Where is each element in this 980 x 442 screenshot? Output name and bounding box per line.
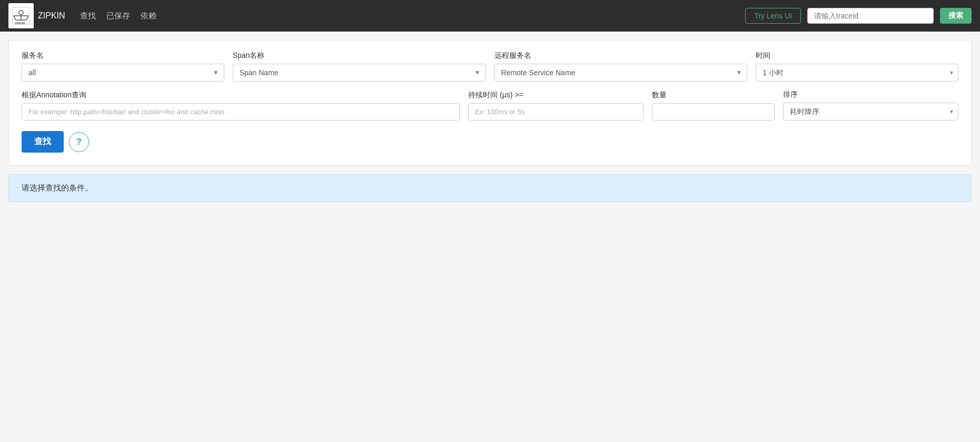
time-select-wrapper: 1 小时 2 小时 6 小时 12 小时 1 天 2 天 7 天 ▾ — [756, 64, 958, 82]
sort-select-wrapper: 耗时降序 耗时升序 时间降序 时间升序 ▾ — [783, 103, 958, 120]
info-banner: 请选择查找的条件。 — [8, 174, 972, 202]
duration-group: 持续时间 (μs) >= — [468, 91, 644, 120]
annotation-label: 根据Annotation查询 — [22, 91, 460, 100]
sort-group: 排序 耗时降序 耗时升序 时间降序 时间升序 ▾ — [783, 90, 958, 120]
main-nav: 查找 已保存 依赖 — [80, 11, 156, 21]
search-row-2: 根据Annotation查询 持续时间 (μs) >= 数量 10 排序 耗时降… — [22, 90, 958, 120]
annotation-input[interactable] — [22, 103, 460, 120]
svg-text:ZIPKIN: ZIPKIN — [15, 22, 25, 25]
button-row: 查找 ? — [22, 131, 958, 153]
search-header-button[interactable]: 搜索 — [940, 8, 972, 24]
help-button[interactable]: ? — [69, 132, 89, 152]
count-label: 数量 — [652, 91, 775, 100]
count-group: 数量 10 — [652, 91, 775, 120]
service-label: 服务名 — [22, 51, 224, 61]
span-group: Span名称 Span Name ▼ — [233, 51, 486, 82]
count-input[interactable]: 10 — [652, 103, 775, 120]
remote-service-select[interactable]: Remote Service Name — [494, 64, 748, 82]
annotation-group: 根据Annotation查询 — [22, 91, 460, 120]
nav-dependency[interactable]: 依赖 — [141, 11, 156, 21]
navbar: ZIPKIN ZIPKIN 查找 已保存 依赖 Try Lens UI 搜索 — [0, 0, 980, 32]
time-group: 时间 1 小时 2 小时 6 小时 12 小时 1 天 2 天 7 天 ▾ — [756, 51, 958, 82]
info-text: 请选择查找的条件。 — [22, 183, 93, 192]
duration-input[interactable] — [468, 103, 644, 120]
service-group: 服务名 all ▼ — [22, 51, 224, 82]
traceid-input[interactable] — [807, 8, 934, 24]
span-label: Span名称 — [233, 51, 486, 61]
span-select-wrapper: Span Name ▼ — [233, 64, 486, 82]
remote-service-label: 远程服务名 — [494, 51, 748, 61]
remote-service-select-wrapper: Remote Service Name ▼ — [494, 64, 748, 82]
remote-service-group: 远程服务名 Remote Service Name ▼ — [494, 51, 748, 82]
span-select[interactable]: Span Name — [233, 64, 486, 82]
nav-saved[interactable]: 已保存 — [106, 11, 130, 21]
try-lens-button[interactable]: Try Lens UI — [745, 8, 801, 24]
time-select[interactable]: 1 小时 2 小时 6 小时 12 小时 1 天 2 天 7 天 — [756, 64, 958, 82]
service-select[interactable]: all — [22, 64, 224, 82]
time-label: 时间 — [756, 51, 958, 61]
navbar-right: Try Lens UI 搜索 — [745, 8, 972, 24]
sort-label: 排序 — [783, 90, 958, 99]
logo[interactable]: ZIPKIN ZIPKIN — [8, 3, 65, 28]
logo-label: ZIPKIN — [38, 11, 65, 21]
sort-select[interactable]: 耗时降序 耗时升序 时间降序 时间升序 — [783, 103, 958, 120]
search-panel: 服务名 all ▼ Span名称 Span Name ▼ 远程服务名 Remot… — [8, 40, 972, 166]
search-row-1: 服务名 all ▼ Span名称 Span Name ▼ 远程服务名 Remot… — [22, 51, 958, 82]
logo-icon: ZIPKIN — [8, 3, 34, 28]
nav-find[interactable]: 查找 — [80, 11, 96, 21]
find-button[interactable]: 查找 — [22, 131, 64, 153]
duration-label: 持续时间 (μs) >= — [468, 91, 644, 100]
service-select-wrapper: all ▼ — [22, 64, 224, 82]
